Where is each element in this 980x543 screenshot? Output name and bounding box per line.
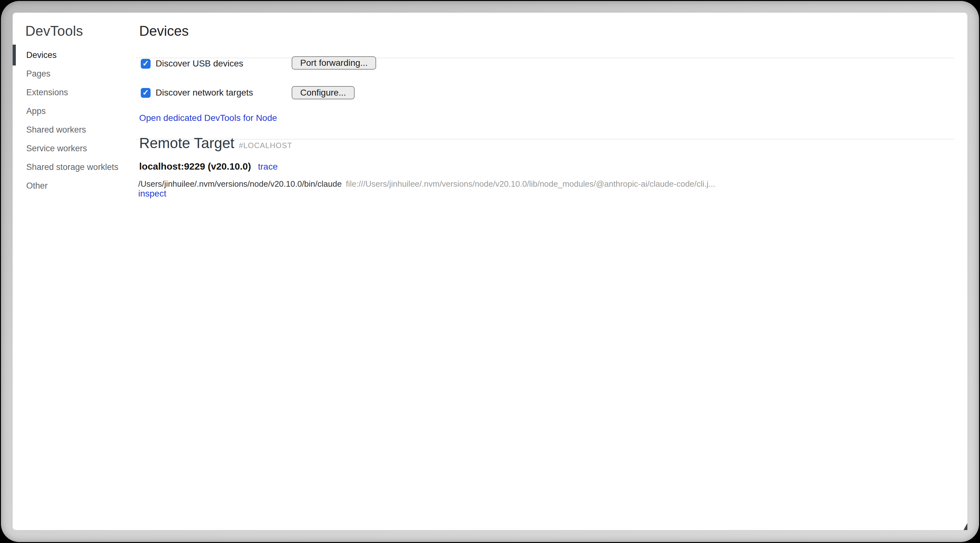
port-forwarding-button[interactable]: Port forwarding... (292, 56, 376, 70)
file-url: file:///Users/jinhuilee/.nvm/versions/no… (346, 179, 715, 189)
discover-network-checkbox[interactable]: ✓ (141, 88, 151, 98)
resize-grip-icon[interactable] (964, 523, 967, 530)
selected-indicator (13, 45, 16, 65)
sidebar-item-label: Other (26, 181, 48, 191)
sidebar-item-label: Shared storage worklets (26, 162, 118, 172)
inspect-link[interactable]: inspect (138, 188, 166, 199)
sidebar-item-label: Extensions (26, 88, 68, 97)
sidebar-tabs: Devices Pages Extensions Apps Shared wor… (13, 46, 139, 195)
discover-usb-checkbox[interactable]: ✓ (141, 59, 151, 68)
devtools-inspect-page: DevTools Devices Pages Extensions Apps S… (13, 13, 967, 530)
sidebar-item-other[interactable]: Other (13, 177, 139, 195)
divider (136, 57, 954, 58)
sidebar-item-pages[interactable]: Pages (13, 65, 139, 83)
trace-link[interactable]: trace (258, 161, 278, 172)
remote-target-heading: Remote Target#LOCALHOST (139, 134, 292, 154)
target-description: /Users/jinhuilee/.nvm/versions/node/v20.… (138, 178, 948, 189)
sidebar-item-service-workers[interactable]: Service workers (13, 139, 139, 158)
sidebar-item-apps[interactable]: Apps (13, 102, 139, 121)
sidebar-item-devices[interactable]: Devices (13, 46, 139, 65)
sidebar-item-label: Shared workers (26, 125, 86, 135)
main-panel: Devices ✓ Discover USB devices Port forw… (139, 13, 967, 530)
sidebar-item-label: Pages (26, 69, 51, 79)
sidebar-item-shared-storage-worklets[interactable]: Shared storage worklets (13, 158, 139, 177)
target-name: localhost:9229 (v20.10.0) (139, 161, 251, 172)
open-node-devtools-link[interactable]: Open dedicated DevTools for Node (139, 113, 277, 123)
target-row: localhost:9229 (v20.10.0) trace (139, 161, 278, 172)
sidebar-item-label: Service workers (26, 144, 87, 153)
remote-target-title: Remote Target (139, 135, 234, 151)
sidebar-item-label: Devices (26, 50, 57, 60)
discover-network-label: Discover network targets (156, 88, 253, 98)
process-path: /Users/jinhuilee/.nvm/versions/node/v20.… (138, 179, 342, 189)
devtools-title: DevTools (25, 22, 83, 40)
check-icon: ✓ (142, 59, 149, 67)
page-title: Devices (139, 22, 189, 40)
sidebar-item-label: Apps (26, 106, 46, 116)
check-icon: ✓ (142, 89, 149, 97)
sidebar-item-extensions[interactable]: Extensions (13, 83, 139, 102)
sidebar: DevTools Devices Pages Extensions Apps S… (13, 13, 139, 530)
sidebar-item-shared-workers[interactable]: Shared workers (13, 121, 139, 139)
configure-button[interactable]: Configure... (292, 86, 355, 99)
localhost-badge: #LOCALHOST (239, 141, 292, 150)
discover-usb-label: Discover USB devices (156, 58, 243, 69)
